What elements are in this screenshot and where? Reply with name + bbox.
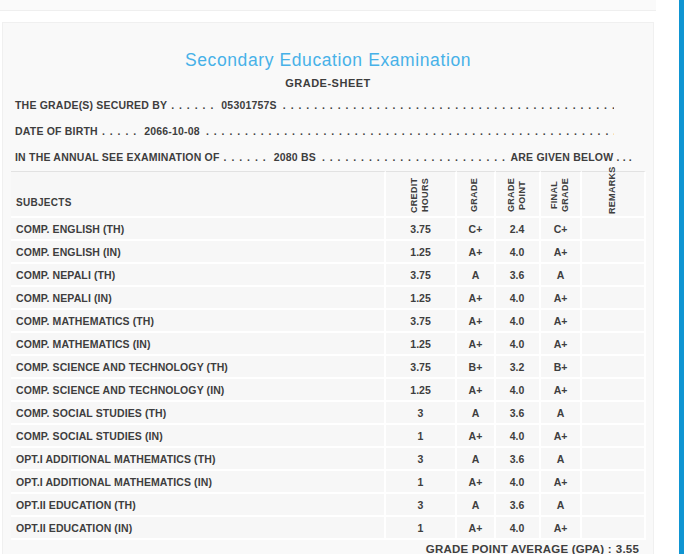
column-header-grade-point: GRADE POINT [496,171,541,218]
column-header-remarks: REMARKS [582,171,646,218]
cell-final-grade: A+ [541,333,583,356]
cell-grade-point: 4.0 [496,310,541,333]
rotated-header-text: GRADE [469,176,481,214]
table-row: OPT.I ADDITIONAL MATHEMATICS (TH)3A3.6A [11,448,646,471]
cell-remarks [582,356,646,379]
cell-credit-hours: 3.75 [386,218,458,241]
cell-credit-hours: 1.25 [386,241,458,264]
info-line-exam-year: IN THE ANNUAL SEE EXAMINATION OF . . . .… [11,144,645,170]
cell-final-grade: A+ [541,241,583,264]
cell-grade: A+ [457,379,495,402]
cell-subject: OPT.I ADDITIONAL MATHEMATICS (IN) [11,471,386,494]
table-row: COMP. ENGLISH (TH)3.75C+2.4C+ [11,218,646,241]
top-header-band [0,0,656,11]
exam-year-label: IN THE ANNUAL SEE EXAMINATION OF [15,151,220,163]
cell-credit-hours: 3.75 [386,264,458,287]
cell-grade: A+ [457,333,495,356]
dot-leader: . . . . . . [171,99,214,111]
student-info-section: THE GRADE(S) SECURED BY . . . . . . 0530… [11,92,645,170]
cell-subject: OPT.I ADDITIONAL MATHEMATICS (TH) [11,448,386,471]
gpa-label: GRADE POINT AVERAGE (GPA) : [426,543,612,554]
cell-credit-hours: 1.25 [386,333,458,356]
cell-subject: OPT.II EDUCATION (TH) [11,494,386,517]
dot-leader: . . . . . . . . . . . . . . . . . . . . … [283,99,614,111]
cell-remarks [582,448,646,471]
cell-grade-point: 4.0 [496,517,541,540]
date-of-birth-label: DATE OF BIRTH [15,125,98,137]
cell-credit-hours: 1.25 [386,287,458,310]
column-header-grade: GRADE [457,171,495,218]
rotated-header-text: REMARKS [607,176,619,214]
exam-year-value: 2080 BS [274,151,316,163]
cell-subject: COMP. ENGLISH (TH) [11,218,386,241]
cell-remarks [582,310,646,333]
table-row: COMP. ENGLISH (IN)1.25A+4.0A+ [11,241,646,264]
cell-grade: A+ [457,287,495,310]
table-row: COMP. SCIENCE AND TECHNOLOGY (TH)3.75B+3… [11,356,646,379]
cell-grade-point: 3.2 [496,356,541,379]
cell-credit-hours: 3 [386,402,458,425]
cell-remarks [582,471,646,494]
grade-sheet-subtitle: GRADE-SHEET [11,77,645,90]
cell-grade: A+ [457,425,495,448]
cell-remarks [582,379,646,402]
date-of-birth-value: 2066-10-08 [144,125,200,137]
cell-grade-point: 2.4 [496,218,541,241]
dot-leader: . . . . . [102,125,137,137]
table-row: COMP. NEPALI (IN)1.25A+4.0A+ [11,287,646,310]
cell-credit-hours: 3 [386,494,458,517]
cell-grade-point: 4.0 [496,471,541,494]
column-header-subjects: SUBJECTS [11,171,386,218]
cell-subject: COMP. SOCIAL STUDIES (IN) [11,425,386,448]
info-line-symbol-number: THE GRADE(S) SECURED BY . . . . . . 0530… [11,92,645,118]
cell-final-grade: A+ [541,425,583,448]
cell-remarks [582,402,646,425]
cell-grade-point: 3.6 [496,448,541,471]
cell-grade: A+ [457,471,495,494]
table-row: OPT.I ADDITIONAL MATHEMATICS (IN)1A+4.0A… [11,471,646,494]
dot-leader: . . . . . . . . . . . . . . . . . . . . … [206,125,614,137]
cell-final-grade: A+ [541,379,583,402]
cell-final-grade: A+ [541,287,583,310]
table-row: COMP. SCIENCE AND TECHNOLOGY (IN)1.25A+4… [11,379,646,402]
cell-grade: A+ [457,310,495,333]
cell-remarks [582,264,646,287]
cell-remarks [582,425,646,448]
dot-leader: . . . . . . . . . . . . . . . . . . . . … [322,151,506,163]
cell-remarks [582,494,646,517]
cell-remarks [582,333,646,356]
cell-grade-point: 4.0 [496,241,541,264]
cell-grade-point: 4.0 [496,287,541,310]
cell-final-grade: A+ [541,310,583,333]
cell-subject: COMP. NEPALI (TH) [11,264,386,287]
are-given-below-text: ARE GIVEN BELOW . . . [511,151,632,163]
cell-subject: COMP. SCIENCE AND TECHNOLOGY (IN) [11,379,386,402]
cell-subject: COMP. SCIENCE AND TECHNOLOGY (TH) [11,356,386,379]
cell-final-grade: A [541,264,583,287]
scrollbar-thumb[interactable] [679,0,684,554]
symbol-number-value: 05301757S [221,99,277,111]
grade-table: SUBJECTS CREDIT HOURS GRADE GRADE POINT … [11,171,646,540]
table-row: COMP. SOCIAL STUDIES (IN)1A+4.0A+ [11,425,646,448]
cell-final-grade: A+ [541,471,583,494]
cell-credit-hours: 1 [386,471,458,494]
grade-table-header: SUBJECTS CREDIT HOURS GRADE GRADE POINT … [11,171,646,218]
cell-remarks [582,218,646,241]
rotated-header-text: CREDIT HOURS [409,176,432,214]
cell-grade: A [457,402,495,425]
cell-subject: COMP. SOCIAL STUDIES (TH) [11,402,386,425]
cell-final-grade: A+ [541,517,583,540]
table-row: COMP. SOCIAL STUDIES (TH)3A3.6A [11,402,646,425]
cell-grade: A [457,264,495,287]
table-row: OPT.II EDUCATION (IN)1A+4.0A+ [11,517,646,540]
cell-grade: A [457,448,495,471]
cell-credit-hours: 1 [386,425,458,448]
cell-credit-hours: 3 [386,448,458,471]
table-row: COMP. NEPALI (TH)3.75A3.6A [11,264,646,287]
column-header-final-grade: FINAL GRADE [541,171,583,218]
table-row: COMP. MATHEMATICS (IN)1.25A+4.0A+ [11,333,646,356]
cell-subject: COMP. ENGLISH (IN) [11,241,386,264]
rotated-header-text: GRADE POINT [506,176,529,214]
cell-subject: COMP. NEPALI (IN) [11,287,386,310]
cell-grade-point: 4.0 [496,333,541,356]
